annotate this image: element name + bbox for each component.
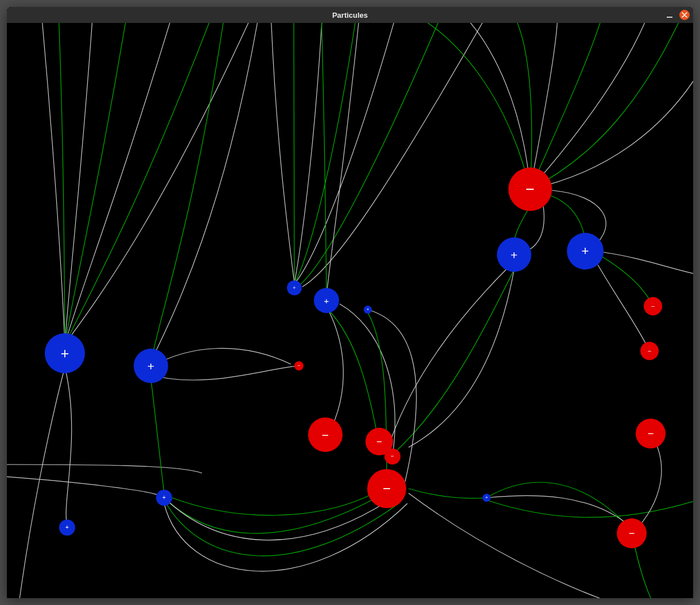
field-line [530,69,693,189]
field-line [65,23,173,344]
particle-positive[interactable]: + [287,280,302,295]
plus-icon: + [147,360,154,372]
particle-positive[interactable]: + [134,349,168,383]
field-line [328,310,343,435]
titlebar[interactable]: Particules [7,7,693,23]
minus-icon: − [383,482,391,495]
field-line [409,23,530,189]
field-line [604,252,693,275]
particle-negative[interactable]: − [644,297,662,315]
plus-icon: + [162,495,166,501]
field-line [151,23,225,361]
minus-icon: − [629,528,635,538]
field-line [326,23,360,295]
particle-negative[interactable]: − [384,448,400,465]
field-line [151,378,164,493]
minus-icon: − [298,364,301,368]
simulation-canvas[interactable]: −++−−−−+++−++−−−−+++ [7,23,693,598]
field-line [602,257,653,306]
field-line [530,23,650,189]
field-line [151,348,291,367]
particle-negative[interactable]: − [367,469,406,508]
field-line [530,23,604,189]
field-line [368,313,387,485]
plus-icon: + [65,525,69,530]
close-icon[interactable] [679,10,690,20]
plus-icon: + [485,495,488,500]
field-line [41,23,65,344]
field-line [487,482,629,528]
field-line [302,23,489,287]
field-line [409,489,487,498]
field-line [397,270,514,450]
field-line [164,498,387,540]
field-line [271,23,294,284]
window-controls [666,10,690,20]
particle-positive[interactable]: + [483,494,491,502]
field-line [65,23,213,344]
field-line [390,267,508,442]
field-line [59,23,65,344]
field-line [65,367,72,525]
field-line [164,503,407,571]
app-window: Particules −++−−−−+++−++−−−−+++ [7,7,693,598]
field-line [512,23,532,189]
field-line [65,23,127,344]
field-line [299,23,443,286]
plus-icon: + [61,346,69,361]
plus-icon: + [324,296,329,305]
plus-icon: + [293,286,295,291]
particle-negative[interactable]: − [640,342,659,360]
minus-icon: − [376,437,382,447]
field-line [294,23,294,284]
field-line [530,23,684,189]
particle-negative[interactable]: − [617,518,647,548]
particle-positive[interactable]: + [364,306,372,314]
particle-positive[interactable]: + [314,288,339,313]
particle-negative[interactable]: − [294,361,304,370]
particle-negative[interactable]: − [308,417,343,452]
minus-icon: − [526,182,535,197]
window-title: Particules [332,11,368,19]
field-line [151,366,299,380]
field-line [7,476,161,496]
minimize-icon[interactable] [666,11,674,19]
field-lines [7,23,693,598]
plus-icon: + [367,307,370,312]
particle-negative[interactable]: − [508,167,552,211]
field-line [164,500,397,556]
particle-positive[interactable]: + [567,233,604,270]
field-line [7,465,202,473]
minus-icon: − [648,348,651,354]
particle-negative[interactable]: − [636,419,666,448]
plus-icon: + [511,249,518,261]
minus-icon: − [648,428,654,439]
field-line [151,23,259,361]
field-line [18,367,65,598]
field-line [598,265,650,351]
particle-positive[interactable]: + [59,520,75,536]
field-line [487,499,693,517]
particle-positive[interactable]: + [45,333,85,373]
field-line [487,495,632,528]
minus-icon: − [651,303,655,310]
field-line [460,23,530,189]
particle-positive[interactable]: + [497,237,531,272]
plus-icon: + [582,245,589,257]
particle-positive[interactable]: + [156,490,172,506]
field-line [172,493,374,516]
minus-icon: − [322,429,329,441]
field-line [530,23,558,189]
minus-icon: − [391,454,394,459]
field-line [294,23,322,284]
field-line [65,23,254,344]
field-line [294,23,397,284]
